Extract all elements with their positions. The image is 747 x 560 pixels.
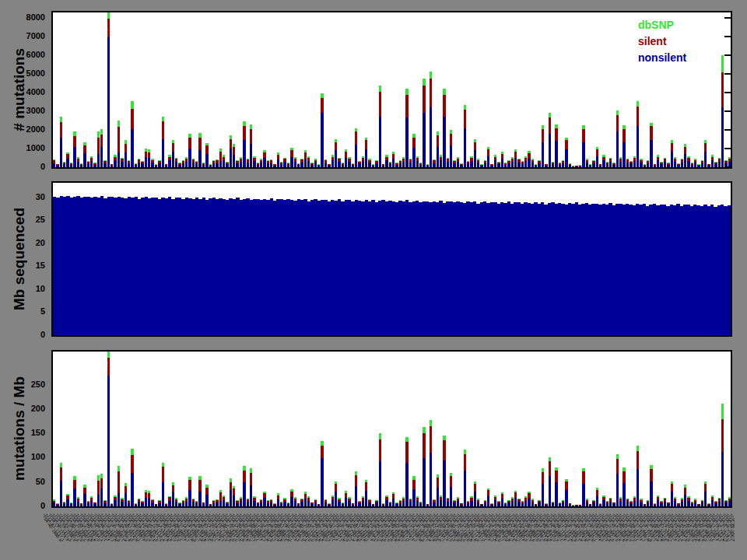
- bar-segment: [392, 499, 395, 506]
- stacked-bar: [460, 12, 462, 167]
- bar-segment: [70, 165, 72, 167]
- stacked-bar: [559, 352, 561, 506]
- bar-segment: [538, 163, 540, 167]
- bar-segment: [158, 503, 160, 506]
- bar-segment: [158, 163, 160, 167]
- bar-segment: [419, 504, 422, 506]
- bar-segment: [162, 139, 164, 167]
- bar-segment: [365, 491, 367, 506]
- stacked-bar: [497, 12, 500, 167]
- bar-segment: [694, 163, 696, 167]
- y-tick-right: [724, 166, 731, 168]
- stacked-bar: [93, 352, 96, 506]
- bar-segment: [484, 163, 486, 167]
- stacked-bar: [382, 352, 384, 506]
- bar-segment: [178, 165, 181, 167]
- bar-segment: [433, 163, 435, 168]
- bar-segment: [145, 157, 147, 167]
- bar-segment: [586, 502, 588, 506]
- bar-segment: [437, 147, 439, 167]
- bar-segment: [135, 165, 137, 167]
- y-tick-label: 6000: [0, 50, 45, 60]
- bar-segment: [247, 163, 249, 167]
- bar-segment: [162, 482, 164, 506]
- stacked-bar: [721, 12, 724, 167]
- bar-segment: [542, 472, 544, 484]
- stacked-bar: [335, 12, 337, 167]
- bar-segment: [257, 165, 259, 167]
- bar-segment: [721, 419, 724, 452]
- stacked-bar: [501, 352, 503, 506]
- bar-segment: [355, 131, 357, 145]
- bar-segment: [87, 503, 89, 506]
- bar-segment: [606, 503, 608, 506]
- stacked-bar: [280, 12, 282, 167]
- bar-segment: [474, 484, 476, 492]
- bar-segment: [253, 501, 255, 506]
- stacked-bar: [433, 352, 435, 506]
- bar-segment: [93, 165, 96, 167]
- bar-segment: [616, 115, 619, 132]
- bar-segment: [430, 107, 432, 167]
- bar-segment: [399, 163, 402, 167]
- bar-segment: [616, 459, 619, 474]
- bar-segment: [243, 471, 245, 483]
- bar-segment: [707, 505, 710, 506]
- bar-segment: [535, 166, 537, 167]
- stacked-bar: [253, 12, 255, 167]
- stacked-bar: [90, 352, 93, 506]
- stacked-bar: [198, 12, 201, 167]
- bar-segment: [616, 131, 619, 167]
- bar-segment: [437, 488, 439, 506]
- bar-segment: [87, 163, 89, 167]
- bar-segment: [467, 163, 469, 167]
- bar-segment: [718, 502, 721, 506]
- bar-segment: [443, 440, 445, 460]
- stacked-bar: [504, 12, 507, 167]
- stacked-bar: [307, 352, 310, 506]
- bar-segment: [263, 498, 265, 506]
- stacked-bar: [300, 12, 303, 167]
- bar-segment: [362, 501, 364, 506]
- bar-segment: [131, 109, 133, 129]
- bar-segment: [195, 503, 198, 506]
- bar-segment: [188, 490, 191, 506]
- stacked-bar: [124, 352, 127, 506]
- bar-segment: [124, 493, 127, 506]
- stacked-bar: [375, 352, 377, 506]
- bar-segment: [135, 505, 137, 506]
- bar-segment: [654, 166, 656, 167]
- bar-segment: [565, 481, 567, 490]
- bar-segment: [684, 147, 686, 155]
- bar-segment: [198, 150, 201, 167]
- bar-segment: [172, 152, 174, 167]
- stacked-bar: [704, 352, 707, 506]
- stacked-bar: [155, 12, 157, 167]
- stacked-bar: [521, 352, 524, 506]
- stacked-bar: [681, 352, 683, 506]
- bar-segment: [687, 501, 689, 506]
- stacked-bar: [365, 12, 367, 167]
- bar-segment: [677, 165, 679, 167]
- stacked-bar: [162, 12, 164, 167]
- bar-segment: [321, 446, 323, 459]
- stacked-bar: [260, 12, 262, 167]
- bar-segment: [405, 463, 408, 506]
- bar-segment: [250, 473, 252, 486]
- y-tick-label: 2000: [0, 124, 45, 135]
- stacked-bar: [158, 12, 160, 167]
- bar-segment: [352, 505, 354, 506]
- stacked-bar: [718, 12, 721, 167]
- y-tick-right: [724, 148, 731, 149]
- stacked-bar: [178, 352, 181, 506]
- bar-segment: [345, 152, 347, 158]
- stacked-bar: [399, 12, 402, 167]
- bar-segment: [579, 506, 581, 506]
- bar-segment: [148, 152, 150, 158]
- stacked-bar: [701, 12, 703, 167]
- bar-segment: [494, 500, 496, 506]
- stacked-bar: [128, 12, 130, 167]
- stacked-bar: [671, 352, 673, 506]
- bar-segment: [565, 140, 567, 149]
- stacked-bar: [230, 12, 232, 167]
